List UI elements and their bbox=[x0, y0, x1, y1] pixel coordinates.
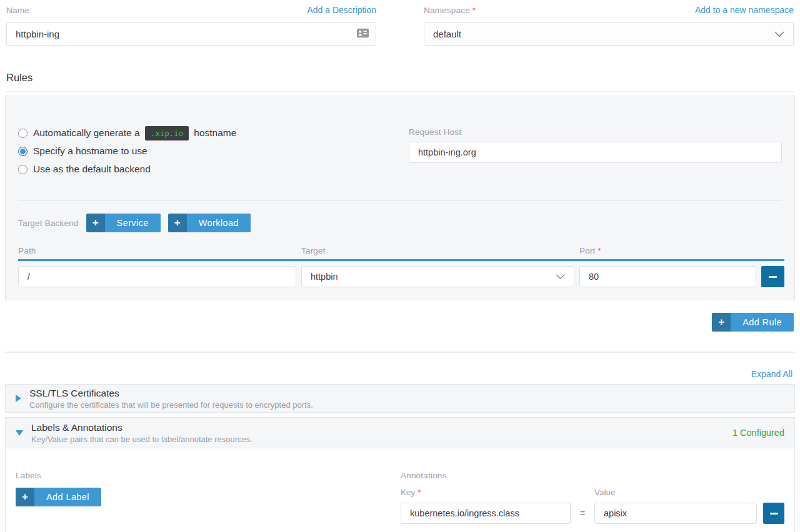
path-column-header: Path bbox=[18, 246, 296, 255]
expand-all-link[interactable]: Expand All bbox=[751, 369, 792, 379]
section-divider bbox=[5, 352, 795, 353]
ssl-accordion-title: SSL/TLS Certificates bbox=[29, 388, 784, 399]
add-rule-button[interactable]: + Add Rule bbox=[712, 313, 794, 332]
annotation-value-label: Value bbox=[594, 488, 757, 497]
name-field-group: Name Add a Description bbox=[6, 5, 376, 46]
add-label-button-label: Add Label bbox=[34, 488, 101, 506]
radio-default-backend[interactable]: Use as the default backend bbox=[18, 164, 391, 175]
add-label-button[interactable]: + Add Label bbox=[16, 488, 101, 506]
labels-accordion-subtitle: Key/Value pairs that can be used to labe… bbox=[31, 435, 732, 444]
add-service-button-label: Service bbox=[105, 214, 161, 232]
name-input[interactable] bbox=[6, 22, 376, 46]
annotation-key-input[interactable] bbox=[401, 503, 571, 524]
table-header-underline bbox=[18, 259, 784, 261]
name-label: Name bbox=[6, 6, 29, 15]
radio-specify-label: Specify a hostname to use bbox=[33, 145, 148, 157]
plus-icon: + bbox=[712, 313, 731, 332]
configured-count-badge: 1 Configured bbox=[732, 428, 784, 438]
add-rule-row: + Add Rule bbox=[6, 313, 794, 332]
add-workload-button[interactable]: + Workload bbox=[168, 214, 251, 232]
add-service-button[interactable]: + Service bbox=[86, 214, 161, 232]
chevron-down-icon bbox=[556, 272, 565, 282]
rules-section-title: Rules bbox=[6, 72, 794, 84]
ssl-accordion-subtitle: Configure the certificates that will be … bbox=[29, 400, 784, 410]
annotations-column: Annotations Key* Value = ProTip: Paste l… bbox=[401, 471, 784, 532]
header-section: Name Add a Description Namespace* Add to… bbox=[0, 5, 800, 46]
port-column-header: Port* bbox=[579, 246, 756, 255]
rule-inner-divider bbox=[18, 200, 782, 201]
add-workload-button-label: Workload bbox=[187, 214, 251, 232]
namespace-field-group: Namespace* Add to a new namespace defaul… bbox=[424, 5, 794, 46]
labels-column: Labels + Add Label bbox=[16, 471, 388, 532]
rule-editor-panel: Automatically generate a.xip.iohostname … bbox=[5, 96, 795, 300]
request-host-label: Request Host bbox=[409, 127, 782, 137]
namespace-label: Namespace* bbox=[424, 6, 476, 15]
equals-sign: = bbox=[577, 508, 588, 518]
radio-button-icon[interactable] bbox=[18, 165, 28, 174]
namespace-required-marker: * bbox=[472, 6, 476, 15]
chevron-down-icon bbox=[774, 29, 784, 39]
ssl-certificates-accordion[interactable]: SSL/TLS Certificates Configure the certi… bbox=[5, 384, 795, 413]
rule-paths-table: Path Target Port* httpbin bbox=[14, 246, 786, 287]
caret-right-icon bbox=[16, 395, 21, 402]
add-namespace-link[interactable]: Add to a new namespace bbox=[695, 5, 794, 15]
hostname-mode-radio-group: Automatically generate a.xip.iohostname … bbox=[18, 127, 391, 182]
radio-default-label: Use as the default backend bbox=[33, 164, 151, 175]
labels-annotations-content: Labels + Add Label Annotations Key* Valu… bbox=[5, 448, 795, 532]
target-backend-label: Target Backend bbox=[18, 219, 79, 228]
labels-annotations-accordion[interactable]: Labels & Annotations Key/Value pairs tha… bbox=[5, 417, 795, 448]
radio-button-checked-icon[interactable] bbox=[18, 147, 28, 156]
request-host-group: Request Host bbox=[409, 127, 782, 182]
port-required-marker: * bbox=[598, 246, 601, 255]
plus-icon: + bbox=[168, 214, 187, 232]
annotation-key-label: Key* bbox=[401, 488, 571, 497]
namespace-select[interactable]: default bbox=[424, 22, 794, 46]
path-input[interactable] bbox=[18, 266, 296, 287]
labels-accordion-title: Labels & Annotations bbox=[31, 422, 732, 433]
minus-icon bbox=[770, 513, 778, 515]
remove-annotation-button[interactable] bbox=[763, 503, 784, 524]
target-backend-row: Target Backend + Service + Workload bbox=[18, 214, 786, 232]
radio-specify-hostname[interactable]: Specify a hostname to use bbox=[18, 145, 391, 157]
plus-icon: + bbox=[86, 214, 105, 232]
namespace-selected-value: default bbox=[433, 29, 461, 39]
radio-auto-generate-hostname[interactable]: Automatically generate a.xip.iohostname bbox=[18, 127, 391, 139]
address-card-icon[interactable] bbox=[357, 28, 369, 40]
key-required-marker: * bbox=[418, 488, 421, 497]
rule-table-header: Path Target Port* bbox=[18, 246, 784, 255]
port-input[interactable] bbox=[579, 266, 756, 287]
request-host-input[interactable] bbox=[409, 142, 782, 163]
minus-icon bbox=[769, 276, 777, 278]
target-selected-value: httpbin bbox=[311, 272, 338, 282]
add-rule-button-label: Add Rule bbox=[731, 313, 794, 332]
annotation-value-input[interactable] bbox=[594, 503, 757, 524]
add-description-link[interactable]: Add a Description bbox=[307, 5, 376, 15]
radio-button-icon[interactable] bbox=[18, 129, 28, 138]
rules-divider bbox=[5, 91, 795, 92]
radio-auto-label: Automatically generate a.xip.iohostname bbox=[33, 127, 236, 139]
plus-icon: + bbox=[16, 488, 34, 506]
caret-down-icon bbox=[16, 430, 23, 436]
target-select[interactable]: httpbin bbox=[301, 266, 574, 287]
xipio-badge: .xip.io bbox=[145, 126, 189, 140]
target-column-header: Target bbox=[301, 246, 574, 255]
annotations-label: Annotations bbox=[401, 471, 784, 480]
rule-path-row: httpbin bbox=[18, 266, 784, 287]
labels-label: Labels bbox=[16, 471, 388, 480]
remove-path-button[interactable] bbox=[761, 266, 784, 287]
